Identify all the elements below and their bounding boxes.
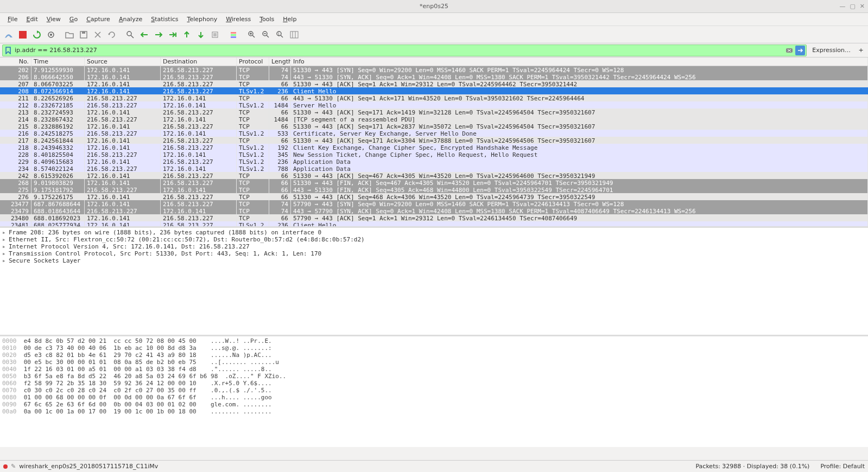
detail-tree-item[interactable]: ▸Internet Protocol Version 4, Src: 172.1… (2, 243, 866, 250)
packet-bytes-pane[interactable]: 0000 e4 8d 8c 0b 57 d2 00 21 cc cc 50 72… (0, 336, 868, 447)
packet-row[interactable]: 2148.232867432216.58.213.227172.16.0.141… (0, 116, 868, 123)
menu-view[interactable]: View (42, 15, 65, 24)
hex-row[interactable]: 0040 1f 22 16 03 01 00 a5 01 00 00 a1 03… (2, 366, 866, 373)
close-icon[interactable]: ✕ (860, 3, 865, 10)
hex-row[interactable]: 0020 d5 e3 c8 82 01 bb 4e 61 29 70 c2 41… (2, 352, 866, 359)
menu-go[interactable]: Go (65, 15, 82, 24)
filter-add-button[interactable]: + (856, 47, 866, 54)
svg-text:1: 1 (277, 32, 280, 36)
hex-row[interactable]: 0070 c0 30 c0 2c c0 28 c0 24 c0 2f c0 27… (2, 387, 866, 394)
hex-row[interactable]: 0030 00 e5 bc 30 00 00 01 01 08 0a 85 de… (2, 359, 866, 366)
packet-row[interactable]: 2178.242561844172.16.0.141216.58.213.227… (0, 137, 868, 144)
packet-row[interactable]: 23479688.018643644216.58.213.227172.16.0… (0, 207, 868, 214)
shark-fin-icon[interactable] (2, 28, 15, 41)
hex-row[interactable]: 0010 00 de c3 73 40 00 40 06 1b eb ac 10… (2, 345, 866, 352)
resize-columns-button[interactable] (288, 28, 301, 41)
packet-row[interactable]: 23477687.867688644172.16.0.141216.58.213… (0, 200, 868, 207)
menu-file[interactable]: File (3, 15, 22, 24)
capture-options-button[interactable] (45, 28, 58, 41)
column-header[interactable]: Protocol (237, 58, 269, 66)
tree-expand-icon[interactable]: ▸ (2, 243, 9, 250)
detail-tree-item[interactable]: ▸Secure Sockets Layer (2, 257, 866, 264)
stop-capture-button[interactable] (16, 28, 29, 41)
tree-expand-icon[interactable]: ▸ (2, 257, 9, 264)
hex-row[interactable]: 00a0 0a 00 1c 00 1a 00 17 00 19 00 1c 00… (2, 408, 866, 415)
hex-row[interactable]: 0090 67 6c 65 2e 63 6f 6d 00 0b 00 04 03… (2, 401, 866, 408)
menu-statistics[interactable]: Statistics (147, 15, 182, 24)
packet-row[interactable]: 2027.912559930172.16.0.141216.58.213.227… (0, 66, 868, 73)
packet-row[interactable]: 23481688.025777934172.16.0.141216.58.213… (0, 221, 868, 228)
detail-tree-item[interactable]: ▸Frame 208: 236 bytes on wire (1888 bits… (2, 229, 866, 236)
column-header[interactable]: Destination (161, 58, 237, 66)
column-header[interactable]: Info (291, 58, 868, 66)
packet-row[interactable]: 23480688.018692023172.16.0.141216.58.213… (0, 214, 868, 221)
hex-row[interactable]: 0060 f2 58 99 72 2b 35 18 30 59 92 36 24… (2, 380, 866, 387)
packet-row[interactable]: 2298.409615683172.16.0.141216.58.213.227… (0, 158, 868, 165)
packet-row[interactable]: 2078.066703225172.16.0.141216.58.213.227… (0, 80, 868, 87)
go-last-button[interactable] (194, 28, 207, 41)
menu-telephony[interactable]: Telephony (183, 15, 222, 24)
hex-row[interactable]: 0050 b3 6f 5a e8 fa 8d d5 22 46 20 a8 5a… (2, 373, 866, 380)
column-header[interactable]: Length (269, 58, 291, 66)
packet-details-pane[interactable]: ▸Frame 208: 236 bytes on wire (1888 bits… (0, 228, 868, 336)
hex-row[interactable]: 0000 e4 8d 8c 0b 57 d2 00 21 cc cc 50 72… (2, 337, 866, 345)
tree-expand-icon[interactable]: ▸ (2, 250, 9, 257)
go-back-button[interactable] (138, 28, 151, 41)
filter-apply-button[interactable] (795, 46, 805, 55)
packet-row[interactable]: 2168.242518275216.58.213.227172.16.0.141… (0, 130, 868, 137)
go-to-packet-button[interactable] (166, 28, 179, 41)
save-file-button[interactable] (77, 28, 90, 41)
packet-list-pane[interactable]: No.TimeSourceDestinationProtocolLengthIn… (0, 58, 868, 228)
expert-info-icon[interactable] (3, 464, 8, 469)
packet-row[interactable]: 2138.232724593172.16.0.141216.58.213.227… (0, 109, 868, 116)
zoom-in-button[interactable] (245, 28, 258, 41)
packet-row[interactable]: 2428.615392026172.16.0.141216.58.213.227… (0, 172, 868, 179)
packet-row[interactable]: 2068.066642550172.16.0.141216.58.213.227… (0, 73, 868, 80)
packet-row[interactable]: 2188.243946332172.16.0.141216.58.213.227… (0, 144, 868, 151)
find-button[interactable] (124, 28, 137, 41)
tree-expand-icon[interactable]: ▸ (2, 236, 9, 243)
open-file-button[interactable] (63, 28, 76, 41)
zoom-out-button[interactable] (259, 28, 273, 41)
status-profile[interactable]: Profile: Default (820, 463, 865, 470)
menu-wireless[interactable]: Wireless (221, 15, 255, 24)
maximize-icon[interactable]: ▢ (850, 3, 855, 10)
display-filter-input[interactable] (15, 47, 784, 54)
go-first-button[interactable] (180, 28, 193, 41)
auto-scroll-button[interactable] (208, 28, 221, 41)
menu-capture[interactable]: Capture (82, 15, 115, 24)
menu-analyze[interactable]: Analyze (115, 15, 147, 24)
packet-row[interactable]: 2088.072366914172.16.0.141216.58.213.227… (0, 87, 868, 94)
tree-expand-icon[interactable]: ▸ (2, 229, 9, 236)
filter-expression-button[interactable]: Expression… (809, 47, 854, 54)
go-forward-button[interactable] (152, 28, 165, 41)
packet-row[interactable]: 2689.019803829172.16.0.141216.58.213.227… (0, 179, 868, 186)
menu-help[interactable]: Help (278, 15, 301, 24)
window-title: *enp0s25 (420, 3, 448, 10)
detail-tree-item[interactable]: ▸Transmission Control Protocol, Src Port… (2, 250, 866, 257)
column-header[interactable]: No. (0, 58, 31, 66)
packet-list-header: No.TimeSourceDestinationProtocolLengthIn… (0, 58, 868, 66)
menu-edit[interactable]: Edit (22, 15, 42, 24)
column-header[interactable]: Source (85, 58, 161, 66)
column-header[interactable]: Time (31, 58, 85, 66)
packet-row[interactable]: 2348.574022124216.58.213.227172.16.0.141… (0, 165, 868, 172)
minimize-icon[interactable]: — (839, 3, 845, 10)
hex-row[interactable]: 0080 01 00 00 68 00 00 00 0f 00 0d 00 00… (2, 394, 866, 401)
menu-tools[interactable]: Tools (255, 15, 278, 24)
colorize-button[interactable] (227, 28, 240, 41)
packet-row[interactable]: 2128.232672185216.58.213.227172.16.0.141… (0, 101, 868, 109)
filter-bookmark-icon[interactable] (4, 46, 12, 55)
zoom-reset-button[interactable]: 1 (274, 28, 287, 41)
restart-capture-button[interactable] (30, 28, 43, 41)
packet-row[interactable]: 2759.175181792216.58.213.227172.16.0.141… (0, 186, 868, 193)
packet-row[interactable]: 2118.226526926216.58.213.227172.16.0.141… (0, 94, 868, 101)
packet-row[interactable]: 2158.232886192172.16.0.141216.58.213.227… (0, 123, 868, 130)
packet-row[interactable]: 2769.175226175172.16.0.141216.58.213.227… (0, 193, 868, 200)
edit-icon[interactable]: ✎ (11, 463, 16, 470)
packet-row[interactable]: 2288.401825504216.58.213.227172.16.0.141… (0, 151, 868, 158)
filter-clear-button[interactable] (784, 46, 794, 55)
close-file-button[interactable] (91, 28, 104, 41)
detail-tree-item[interactable]: ▸Ethernet II, Src: Flextron_cc:50:72 (00… (2, 236, 866, 243)
reload-button[interactable] (105, 28, 118, 41)
